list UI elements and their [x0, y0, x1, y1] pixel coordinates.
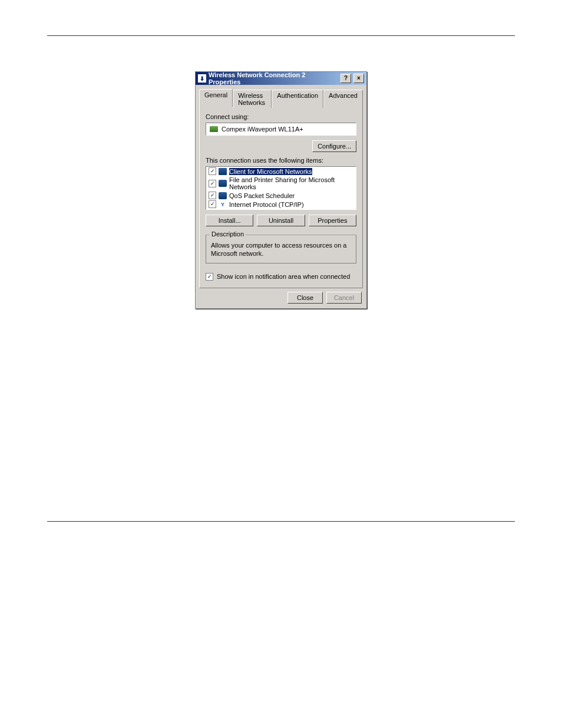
list-item[interactable]: ✓ Client for Microsoft Networks [206, 167, 356, 176]
tab-panel: Connect using: Compex iWaveport WL11A+ C… [199, 107, 363, 288]
configure-button[interactable]: Configure... [312, 140, 356, 152]
tab-wireless-networks[interactable]: Wireless Networks [233, 90, 272, 108]
checkbox-icon[interactable]: ✓ [209, 200, 216, 208]
top-rule [47, 35, 515, 36]
list-item-label: Internet Protocol (TCP/IP) [229, 201, 304, 208]
dialog-title: Wireless Network Connection 2 Properties [209, 71, 338, 85]
close-button[interactable]: Close [287, 292, 323, 304]
description-label: Description [210, 230, 246, 238]
connect-using-label: Connect using: [206, 113, 356, 120]
tab-authentication[interactable]: Authentication [272, 90, 323, 108]
bottom-rule [47, 521, 515, 522]
description-text: Allows your computer to access resources… [211, 241, 351, 258]
cancel-button: Cancel [326, 292, 362, 304]
list-item-label: QoS Packet Scheduler [229, 192, 295, 199]
list-item[interactable]: ✓ Y Internet Protocol (TCP/IP) [206, 200, 356, 209]
checkbox-icon[interactable]: ✓ [209, 167, 216, 175]
tab-advanced[interactable]: Advanced [323, 90, 363, 108]
properties-button[interactable]: Properties [309, 215, 356, 226]
items-label: This connection uses the following items… [206, 157, 356, 164]
nic-icon [210, 126, 218, 132]
list-item-label: Client for Microsoft Networks [229, 168, 312, 175]
properties-dialog: ⬇ Wireless Network Connection 2 Properti… [195, 71, 367, 309]
show-icon-checkbox[interactable]: ✓ [206, 273, 213, 281]
adapter-box: Compex iWaveport WL11A+ [206, 123, 356, 136]
uninstall-button[interactable]: Uninstall [257, 215, 305, 226]
checkbox-icon[interactable]: ✓ [209, 192, 216, 199]
adapter-name: Compex iWaveport WL11A+ [222, 126, 303, 133]
protocol-icon: Y [219, 201, 227, 208]
checkbox-icon[interactable]: ✓ [209, 180, 216, 187]
service-icon [219, 192, 227, 199]
description-group: Description Allows your computer to acce… [206, 235, 356, 263]
service-icon [219, 180, 227, 187]
tab-general[interactable]: General [199, 89, 233, 107]
install-button[interactable]: Install... [206, 215, 253, 226]
list-item-label: File and Printer Sharing for Microsoft N… [229, 176, 353, 190]
titlebar[interactable]: ⬇ Wireless Network Connection 2 Properti… [196, 72, 366, 85]
show-icon-row[interactable]: ✓ Show icon in notification area when co… [206, 273, 356, 281]
list-item[interactable]: ✓ QoS Packet Scheduler [206, 191, 356, 200]
tab-row: General Wireless Networks Authentication… [196, 85, 366, 107]
close-icon[interactable]: × [353, 74, 364, 83]
client-icon [219, 168, 227, 175]
app-icon: ⬇ [198, 74, 206, 83]
help-button[interactable]: ? [340, 74, 351, 83]
list-item[interactable]: ✓ File and Printer Sharing for Microsoft… [206, 176, 356, 191]
components-listbox[interactable]: ✓ Client for Microsoft Networks ✓ File a… [206, 166, 356, 210]
show-icon-label: Show icon in notification area when conn… [217, 273, 350, 280]
